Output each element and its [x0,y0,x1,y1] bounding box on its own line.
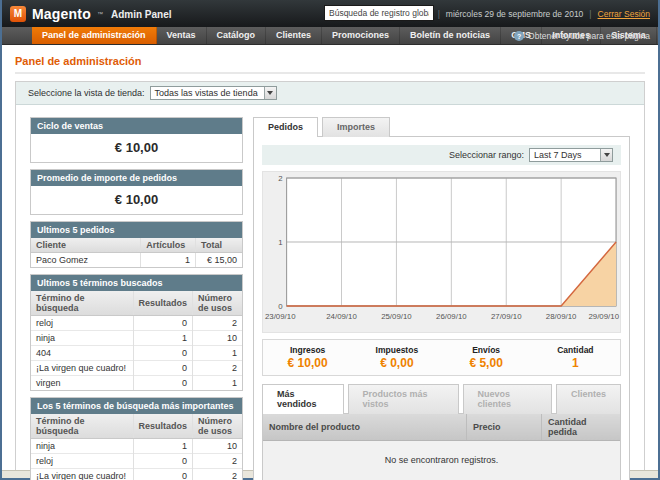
table-row[interactable]: ¡La virgen que cuadro! 0 2 [31,469,242,480]
svg-text:23/09/10: 23/09/10 [265,312,296,321]
search-term-cell: reloj [31,454,133,469]
uses-cell: 2 [193,361,242,376]
table-row[interactable]: ninja 1 10 [31,331,242,346]
lifetime-sales-widget: Ciclo de ventas € 10,00 [30,117,243,163]
search-term-cell: ninja [31,331,133,346]
logo-subtitle: Admin Panel [111,9,172,20]
widget-title: Los 5 términos de búsqueda más important… [31,398,242,414]
logout-link[interactable]: Cerrar Sesión [598,9,650,19]
stat-label: Cantidad [531,345,620,355]
lifetime-sales-value: € 10,00 [31,134,242,162]
nav-item[interactable]: Panel de administración [32,27,157,44]
orders-area-chart: 01223/09/1024/09/1025/09/1026/09/1027/09… [262,171,621,333]
dropdown-arrow-icon [264,87,276,99]
svg-text:26/09/10: 26/09/10 [436,312,467,321]
magento-logo-icon: M [10,6,26,22]
table-row[interactable]: reloj 0 2 [31,316,242,331]
stat-label: Ingresos [263,345,352,355]
table-row[interactable]: reloj 0 2 [31,454,242,469]
global-search-input[interactable] [324,5,434,21]
dashboard-container: Seleccione la vista de tienda: Todas las… [15,81,645,480]
last-orders-widget: Ultimos 5 pedidos ClienteArtículosTotal … [30,221,243,268]
range-label: Seleccionar rango: [449,150,524,160]
uses-cell: 2 [193,454,242,469]
store-view-select[interactable]: Todas las vistas de tienda [150,86,277,100]
svg-text:25/09/10: 25/09/10 [381,312,412,321]
stat-value: € 5,00 [442,356,531,370]
svg-text:2: 2 [278,174,282,183]
uses-cell: 10 [193,439,242,454]
logo-trademark: ™ [97,11,103,17]
stat-item: Envíos € 5,00 [442,345,531,370]
totals-bar: Ingresos € 10,00 Impuestos € 0,00 Envíos… [262,339,621,376]
uses-cell: 2 [193,469,242,480]
customer-cell: Paco Gomez [31,253,141,268]
table-row[interactable]: ¡La virgen que cuadro! 0 2 [31,361,242,376]
total-cell: € 15,00 [196,253,242,268]
column-header: Cliente [31,238,141,253]
results-cell: 1 [133,331,193,346]
help-link[interactable]: ? Obtener ayuda para esta página [514,31,660,41]
svg-text:24/09/10: 24/09/10 [326,312,357,321]
results-cell: 0 [133,361,193,376]
right-column: PedidosImportes Seleccionar rango: Last … [253,117,630,480]
help-icon: ? [514,31,524,41]
tab[interactable]: Importes [322,117,390,137]
tab[interactable]: Nuevos clientes [463,384,552,414]
column-header: Total [196,238,242,253]
table-row[interactable]: ninja 1 10 [31,439,242,454]
store-view-label: Seleccione la vista de tienda: [28,88,145,98]
uses-cell: 2 [193,316,242,331]
svg-text:29/09/10: 29/09/10 [588,312,619,321]
table-row[interactable]: 404 0 1 [31,346,242,361]
stat-label: Envíos [442,345,531,355]
uses-cell: 1 [193,346,242,361]
table-row[interactable]: virgen 0 1 [31,376,242,391]
orders-amounts-tabs: PedidosImportes [253,117,630,136]
stat-item: Impuestos € 0,00 [352,345,441,370]
column-header: Precio [466,414,541,441]
tab[interactable]: Clientes [556,384,621,414]
range-selected-value: Last 7 Days [530,149,600,161]
results-cell: 0 [133,346,193,361]
store-view-selected-value: Todas las vistas de tienda [151,87,264,99]
search-term-cell: virgen [31,376,133,391]
widget-title: Promedio de importe de pedidos [31,170,242,186]
tab[interactable]: Más vendidos [262,384,344,414]
uses-cell: 10 [193,331,242,346]
table-row[interactable]: Paco Gomez 1 € 15,00 [31,253,242,268]
nav-item[interactable]: Catálogo [207,27,267,44]
nav-item[interactable]: Clientes [266,27,322,44]
range-bar: Seleccionar rango: Last 7 Days [262,145,621,165]
store-view-bar: Seleccione la vista de tienda: Todas las… [16,82,644,105]
top-search-terms-widget: Los 5 términos de búsqueda más important… [30,397,243,480]
column-header: Término de búsqueda [31,291,133,316]
nav-item[interactable]: Ventas [157,27,207,44]
widget-title: Ciclo de ventas [31,118,242,134]
column-header: Término de búsqueda [31,414,133,439]
results-cell: 0 [133,376,193,391]
bottom-grids-tabs: Más vendidosProductos más vistosNuevos c… [262,384,621,413]
tab[interactable]: Pedidos [253,117,318,137]
search-term-cell: ¡La virgen que cuadro! [31,361,133,376]
header-divider: | [438,9,440,19]
tab[interactable]: Productos más vistos [348,384,459,414]
nav-item[interactable]: Boletín de noticias [400,27,501,44]
content-area: Panel de administración Seleccione la vi… [2,45,658,470]
header-divider: | [589,9,591,19]
stat-value: € 10,00 [263,356,352,370]
column-header: Nombre del producto [263,414,466,441]
logo-title: Magento [32,6,91,22]
uses-cell: 1 [193,376,242,391]
search-term-cell: reloj [31,316,133,331]
column-header: Resultados [133,291,193,316]
results-cell: 1 [133,439,193,454]
nav-item[interactable]: Promociones [322,27,400,44]
page-title: Panel de administración [15,55,645,67]
search-term-cell: ¡La virgen que cuadro! [31,469,133,480]
stat-item: Cantidad 1 [531,345,620,370]
svg-text:27/09/10: 27/09/10 [491,312,522,321]
range-select[interactable]: Last 7 Days [529,148,613,162]
column-header: Número de usos [193,291,242,316]
widget-title: Ultimos 5 pedidos [31,222,242,238]
